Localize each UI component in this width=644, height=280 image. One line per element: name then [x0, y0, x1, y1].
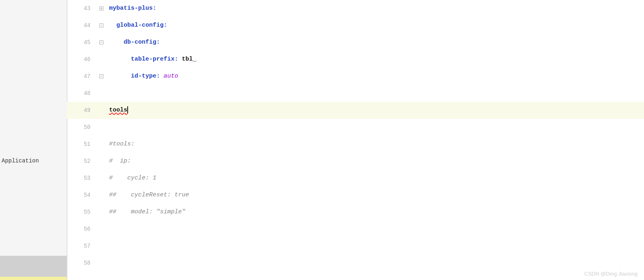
- code-content: # ip:: [106, 153, 644, 170]
- code-content: ## cycleReset: true: [106, 187, 644, 204]
- fold-gutter[interactable]: [97, 204, 106, 221]
- fold-gutter[interactable]: [97, 51, 106, 68]
- code-row: 44− global-config:: [67, 17, 644, 34]
- code-content: [106, 119, 644, 136]
- code-content: tools: [106, 102, 644, 119]
- fold-gutter[interactable]: [97, 238, 106, 255]
- code-content: global-config:: [106, 17, 644, 34]
- line-number: 49: [67, 102, 97, 119]
- text-cursor: [127, 106, 128, 114]
- code-token: global-config:: [109, 22, 167, 29]
- fold-gutter[interactable]: [97, 170, 106, 187]
- code-row: 45− db-config:: [67, 34, 644, 51]
- fold-gutter[interactable]: [97, 136, 106, 153]
- line-number: 52: [67, 153, 97, 170]
- line-number: 51: [67, 136, 97, 153]
- code-token: ## cycleReset: true: [109, 192, 189, 198]
- code-row: 55## model: "simple": [67, 204, 644, 221]
- code-row: 46 table-prefix: tbl_: [67, 51, 644, 68]
- watermark: CSDN @Ding Jiaxiong: [584, 271, 638, 277]
- fold-gutter[interactable]: −: [97, 17, 106, 34]
- fold-collapse-icon[interactable]: −: [99, 23, 103, 27]
- code-row: 56: [67, 221, 644, 238]
- line-number: 57: [67, 238, 97, 255]
- fold-diamond-icon[interactable]: ◇: [99, 6, 103, 11]
- code-content: [106, 85, 644, 102]
- code-token: id-type:: [109, 73, 164, 80]
- code-row: 48: [67, 85, 644, 102]
- line-number: 43: [67, 0, 97, 17]
- line-number: 53: [67, 170, 97, 187]
- code-content: ## model: "simple": [106, 204, 644, 221]
- code-content: mybatis-plus:: [106, 0, 644, 17]
- code-content: [106, 238, 644, 255]
- line-number: 47: [67, 68, 97, 85]
- fold-collapse-icon[interactable]: −: [99, 74, 103, 78]
- code-row: 50: [67, 119, 644, 136]
- code-row: 54## cycleReset: true: [67, 187, 644, 204]
- code-token: #tools:: [109, 141, 135, 147]
- fold-gutter[interactable]: [97, 153, 106, 170]
- line-number: 54: [67, 187, 97, 204]
- editor-container: Application 43◇mybatis-plus:44− global-c…: [0, 0, 644, 280]
- code-row: 51#tools:: [67, 136, 644, 153]
- fold-gutter[interactable]: [97, 119, 106, 136]
- fold-gutter[interactable]: −: [97, 68, 106, 85]
- code-content: db-config:: [106, 34, 644, 51]
- line-number: 48: [67, 85, 97, 102]
- code-row: 52# ip:: [67, 153, 644, 170]
- code-row: 43◇mybatis-plus:: [67, 0, 644, 17]
- code-area[interactable]: 43◇mybatis-plus:44− global-config:45− db…: [67, 0, 644, 280]
- code-row: 57: [67, 238, 644, 255]
- code-content: [106, 255, 644, 272]
- code-row: 53# cycle: 1: [67, 170, 644, 187]
- fold-gutter[interactable]: ◇: [97, 0, 106, 17]
- line-number: 44: [67, 17, 97, 34]
- scrollbar-area[interactable]: [0, 256, 67, 280]
- code-token: ## model: "simple": [109, 208, 185, 215]
- yellow-bar: [0, 277, 67, 280]
- line-number: 45: [67, 34, 97, 51]
- code-token: mybatis-plus:: [109, 5, 156, 12]
- code-row: 58: [67, 255, 644, 272]
- line-number: 58: [67, 255, 97, 272]
- fold-gutter[interactable]: [97, 255, 106, 272]
- line-number: 56: [67, 221, 97, 238]
- code-content: # cycle: 1: [106, 170, 644, 187]
- application-label: Application: [0, 157, 40, 165]
- fold-gutter[interactable]: [97, 102, 106, 119]
- fold-gutter[interactable]: [97, 85, 106, 102]
- line-number: 50: [67, 119, 97, 136]
- fold-gutter[interactable]: −: [97, 34, 106, 51]
- code-token: # ip:: [109, 158, 131, 164]
- code-token: # cycle: 1: [109, 175, 156, 181]
- code-content: #tools:: [106, 136, 644, 153]
- code-token: table-prefix:: [109, 56, 182, 63]
- code-content: table-prefix: tbl_: [106, 51, 644, 68]
- code-content: [106, 221, 644, 238]
- code-token: tbl_: [182, 56, 196, 63]
- code-token: auto: [164, 73, 178, 80]
- fold-gutter[interactable]: [97, 187, 106, 204]
- fold-collapse-icon[interactable]: −: [99, 40, 103, 44]
- sidebar-left: Application: [0, 0, 67, 280]
- line-number: 55: [67, 204, 97, 221]
- code-token: tools: [109, 107, 127, 114]
- line-number: 46: [67, 51, 97, 68]
- code-content: id-type: auto: [106, 68, 644, 85]
- fold-gutter[interactable]: [97, 221, 106, 238]
- code-token: db-config:: [109, 39, 160, 46]
- code-row: 49tools: [67, 102, 644, 119]
- code-lines: 43◇mybatis-plus:44− global-config:45− db…: [67, 0, 644, 272]
- code-row: 47− id-type: auto: [67, 68, 644, 85]
